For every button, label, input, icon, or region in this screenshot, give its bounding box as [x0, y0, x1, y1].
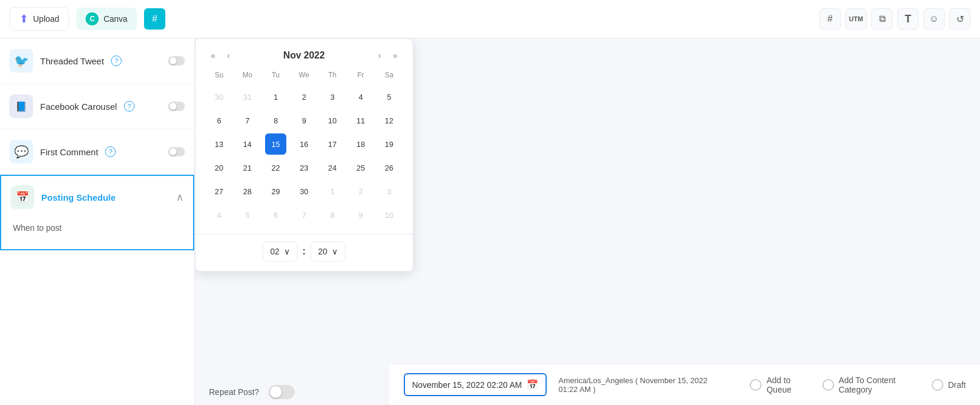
cal-day-11[interactable]: 11 — [350, 110, 371, 131]
cal-day-20[interactable]: 20 — [208, 157, 230, 178]
cal-day-10[interactable]: 10 — [322, 110, 343, 131]
facebook-carousel-help-icon[interactable]: ? — [124, 101, 135, 112]
sidebar: 🐦 Threaded Tweet ? 📘 Facebook Carousel ?… — [0, 38, 195, 405]
hour-dropdown-icon: ∨ — [284, 247, 290, 256]
emoji-button[interactable]: ☺ — [923, 8, 945, 30]
cal-day-3[interactable]: 3 — [322, 86, 343, 107]
first-comment-help-icon[interactable]: ? — [105, 146, 116, 157]
hashtag-button[interactable]: # — [819, 8, 841, 30]
threaded-tweet-toggle[interactable] — [168, 56, 185, 66]
cal-day-24[interactable]: 24 — [322, 157, 343, 178]
calendar-next-next-button[interactable]: » — [389, 48, 401, 63]
text-format-button[interactable]: T — [897, 8, 919, 30]
cal-day-30[interactable]: 30 — [293, 181, 315, 202]
layers-icon: ⧉ — [879, 14, 886, 24]
facebook-carousel-toggle[interactable] — [168, 102, 185, 111]
cal-day-13[interactable]: 13 — [208, 133, 230, 155]
cal-day-3-dec[interactable]: 3 — [378, 181, 400, 202]
repeat-post-toggle[interactable] — [269, 385, 295, 399]
calendar-days: 30 31 1 2 3 4 5 6 7 8 9 10 11 12 13 14 1… — [205, 85, 403, 227]
active-tab-button[interactable]: # — [144, 8, 165, 30]
first-comment-toggle[interactable] — [168, 147, 185, 156]
cal-day-2[interactable]: 2 — [293, 86, 315, 107]
date-input-wrapper[interactable]: November 15, 2022 02:20 AM 📅 — [404, 373, 547, 396]
cal-day-4[interactable]: 4 — [350, 86, 371, 107]
radio-label-content-category: Add To Content Category — [839, 375, 920, 394]
cal-day-17[interactable]: 17 — [322, 133, 343, 155]
calendar-icon[interactable]: 📅 — [527, 379, 538, 390]
cal-day-7-dec[interactable]: 7 — [293, 204, 315, 226]
cal-day-15-selected[interactable]: 15 — [265, 133, 286, 155]
calendar-next-button[interactable]: › — [375, 48, 385, 63]
utm-button[interactable]: UTM — [845, 8, 867, 30]
canva-icon: C — [86, 12, 99, 25]
radio-add-to-content-category[interactable]: Add To Content Category — [822, 375, 920, 394]
sidebar-item-facebook-carousel[interactable]: 📘 Facebook Carousel ? — [0, 84, 194, 129]
sidebar-item-threaded-tweet[interactable]: 🐦 Threaded Tweet ? — [0, 38, 194, 84]
threaded-tweet-label: Threaded Tweet — [40, 56, 104, 66]
cal-day-1-dec[interactable]: 1 — [322, 181, 343, 202]
cal-day-7[interactable]: 7 — [237, 110, 258, 131]
cal-day-19[interactable]: 19 — [378, 133, 400, 155]
calendar-prev-prev-button[interactable]: « — [207, 48, 219, 63]
repeat-post-section: Repeat Post? — [195, 385, 309, 399]
cal-day-21[interactable]: 21 — [237, 157, 258, 178]
calendar-month: Nov — [283, 50, 301, 60]
cal-day-1[interactable]: 1 — [265, 86, 286, 107]
hour-select[interactable]: 02 ∨ — [263, 241, 298, 262]
cal-day-5[interactable]: 5 — [378, 86, 400, 107]
comment-icon: 💬 — [9, 140, 33, 164]
radio-label-draft: Draft — [948, 380, 966, 390]
cal-day-8[interactable]: 8 — [265, 110, 286, 131]
cal-day-8-dec[interactable]: 8 — [322, 204, 343, 226]
radio-circle-content-category — [822, 379, 834, 391]
cal-day-26[interactable]: 26 — [378, 157, 400, 178]
calendar-prev-button[interactable]: ‹ — [224, 48, 234, 63]
cal-day-18[interactable]: 18 — [350, 133, 371, 155]
cal-day-23[interactable]: 23 — [293, 157, 315, 178]
timezone-text: America/Los_Angeles ( November 15, 2022 … — [558, 376, 726, 394]
hour-value: 02 — [270, 247, 280, 256]
cal-day-14[interactable]: 14 — [237, 133, 258, 155]
day-header-sa: Sa — [375, 67, 403, 83]
cal-day-12[interactable]: 12 — [378, 110, 400, 131]
radio-draft[interactable]: Draft — [932, 379, 966, 391]
cal-day-27[interactable]: 27 — [208, 181, 230, 202]
utm-icon: UTM — [849, 15, 863, 22]
cal-day-10-dec[interactable]: 10 — [378, 204, 400, 226]
radio-add-to-queue[interactable]: Add to Queue — [750, 375, 810, 394]
sidebar-item-first-comment[interactable]: 💬 First Comment ? — [0, 129, 194, 175]
canva-label: Canva — [103, 14, 127, 24]
cal-day-4-dec[interactable]: 4 — [208, 204, 230, 226]
cal-day-9-dec[interactable]: 9 — [350, 204, 371, 226]
layers-button[interactable]: ⧉ — [871, 8, 893, 30]
calendar-year: 2022 — [304, 50, 325, 60]
radio-circle-queue — [750, 379, 762, 391]
cal-day-30-oct[interactable]: 30 — [208, 86, 230, 107]
cal-day-6-dec[interactable]: 6 — [265, 204, 286, 226]
calendar-popup: « ‹ Nov 2022 › » Su Mo Tu We Th Fr Sa 30… — [195, 38, 413, 272]
repeat-post-label: Repeat Post? — [209, 387, 259, 397]
cal-day-29[interactable]: 29 — [265, 181, 286, 202]
minute-select[interactable]: 20 ∨ — [311, 241, 346, 262]
cal-day-31-oct[interactable]: 31 — [237, 86, 258, 107]
threaded-tweet-help-icon[interactable]: ? — [111, 55, 122, 66]
cal-day-28[interactable]: 28 — [237, 181, 258, 202]
cal-day-5-dec[interactable]: 5 — [237, 204, 258, 226]
cal-day-25[interactable]: 25 — [350, 157, 371, 178]
posting-schedule-chevron-icon: ∧ — [176, 191, 184, 204]
cal-day-22[interactable]: 22 — [265, 157, 286, 178]
upload-button[interactable]: ⬆ Upload — [9, 7, 69, 31]
day-header-tu: Tu — [262, 67, 290, 83]
cal-day-6[interactable]: 6 — [208, 110, 230, 131]
active-tab-icon: # — [152, 14, 157, 24]
cal-day-9[interactable]: 9 — [293, 110, 315, 131]
canva-button[interactable]: C Canva — [76, 8, 136, 30]
calendar-header: « ‹ Nov 2022 › » — [195, 39, 413, 67]
toolbar: ⬆ Upload C Canva # # UTM ⧉ T ☺ ↺ — [0, 0, 980, 38]
cal-day-2-dec[interactable]: 2 — [350, 181, 371, 202]
posting-schedule-header[interactable]: 📅 Posting Schedule ∧ — [1, 176, 193, 218]
radio-label-queue: Add to Queue — [766, 375, 810, 394]
refresh-button[interactable]: ↺ — [949, 8, 971, 30]
cal-day-16[interactable]: 16 — [293, 133, 315, 155]
